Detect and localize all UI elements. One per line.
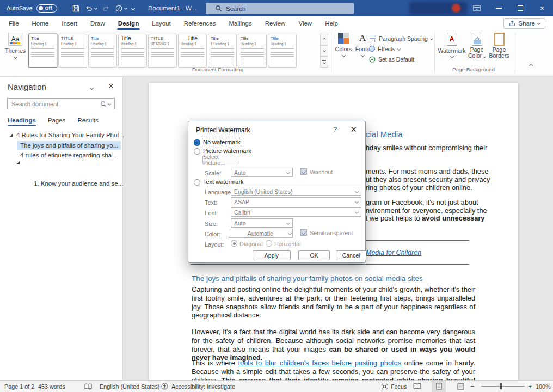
accessibility-status[interactable]: Accessibility: Investigate [171,381,235,392]
paragraph-spacing-button[interactable]: Paragraph Spacing [369,34,433,42]
tab-references[interactable]: References [177,16,223,30]
style-set-thumbnail[interactable]: TitleHeading 1 [88,34,117,68]
text-combobox[interactable]: ASAP [231,197,361,206]
proofing-icon[interactable] [84,381,92,392]
style-set-thumbnail[interactable]: TITLEHEADING 1 [148,34,177,68]
nav-heading-item[interactable]: 4 rules of etiquette regarding sha... [20,152,117,158]
style-set-thumbnail[interactable]: TitleHeading 1 [118,34,147,68]
colors-dropdown-icon[interactable] [341,53,345,57]
style-set-thumbnail[interactable]: TitleHeading 1 [178,34,207,68]
save-button[interactable] [72,4,80,13]
navigation-close-icon[interactable]: ✕ [108,82,114,90]
themes-button[interactable]: Aa Themes [3,33,27,72]
autosave-toggle[interactable]: AutoSave Off [7,0,57,16]
watermark-dropdown-icon[interactable] [450,54,453,58]
minimize-button[interactable] [488,0,509,16]
watermark-button[interactable]: A Watermark [439,33,465,58]
ribbon-display-options-button[interactable] [466,0,488,16]
nav-heading-item[interactable]: 1. Know your audience and se... [34,180,123,187]
navigation-search-box[interactable] [7,98,115,109]
chevron-down-icon[interactable] [355,210,359,214]
semitransparent-checkbox[interactable] [300,229,307,236]
nav-tab-headings[interactable]: Headings [8,117,36,126]
document-link[interactable]: tools to blur children's faces before po… [238,359,402,367]
effects-dropdown-icon[interactable] [397,47,401,51]
zoom-slider-track[interactable] [481,386,525,387]
page-info[interactable]: Page 1 of 2 [4,381,34,392]
select-picture-button[interactable]: Select Picture... [202,156,239,164]
cancel-button[interactable]: Cancel [336,250,366,260]
tab-insert[interactable]: Insert [55,16,84,30]
style-set-thumbnail[interactable]: TitleHeading 1 [268,34,297,68]
autosave-switch[interactable]: Off [36,4,57,13]
diagonal-radio[interactable] [231,240,237,247]
style-set-thumbnail[interactable]: TitleHeading 1 [28,34,57,68]
read-mode-button[interactable] [410,381,424,392]
tab-draw[interactable]: Draw [84,16,112,30]
chevron-down-icon[interactable] [355,189,359,193]
customize-qat-icon[interactable] [131,6,135,10]
ok-button[interactable]: OK [298,250,330,260]
avatar[interactable] [452,4,460,13]
picture-watermark-radio[interactable] [194,148,200,155]
font-combobox[interactable]: Calibri [231,207,361,217]
accessibility-icon[interactable] [161,381,168,392]
focus-button[interactable]: Focus [381,381,407,392]
document-link-fragment[interactable]: Media for Children [366,249,421,256]
page-borders-button[interactable]: PageBorders [488,33,511,59]
dialog-help-button[interactable]: ? [333,126,337,133]
expand-triangle-icon[interactable] [16,161,20,164]
washout-checkbox[interactable] [300,168,307,175]
color-combobox[interactable]: Automatic [229,229,293,238]
nav-heading-item[interactable]: 4 Rules for Sharing Your Family Phot... [10,132,124,138]
no-watermark-label[interactable]: No watermark [203,139,240,145]
language-combobox[interactable]: English (United States) [231,187,361,196]
chevron-down-icon[interactable] [286,221,290,225]
draw-tool-button[interactable] [115,4,127,13]
tab-mailings[interactable]: Mailings [223,16,259,30]
search-icon[interactable] [100,101,107,107]
page-color-button[interactable]: PageColor [467,33,487,59]
word-count[interactable]: 453 words [38,381,65,392]
chevron-down-icon[interactable] [286,170,290,174]
collapse-ribbon-icon[interactable] [529,64,533,68]
nav-heading-item[interactable] [16,161,23,164]
gallery-scroll-up-button[interactable] [320,34,328,45]
search-options-dropdown-icon[interactable] [108,102,111,106]
close-button[interactable]: × [531,0,553,16]
draw-dropdown-icon[interactable] [124,7,127,10]
maximize-button[interactable] [509,0,531,16]
tab-file[interactable]: File [2,16,26,30]
gallery-scroll-down-button[interactable] [320,45,328,57]
zoom-out-button[interactable]: − [470,381,475,392]
paragraph-spacing-dropdown-icon[interactable] [430,37,433,40]
style-set-thumbnail[interactable]: Title1 Heading 1 [208,34,237,68]
text-watermark-radio[interactable] [194,179,200,186]
redo-button[interactable] [102,4,110,13]
no-watermark-radio[interactable] [194,139,200,146]
colors-button[interactable]: Colors [333,33,354,57]
style-set-thumbnail[interactable]: TitleHeading 1 [238,34,267,68]
share-button[interactable]: Share [503,18,545,29]
undo-dropdown-icon[interactable] [94,7,97,10]
print-layout-button[interactable] [432,381,446,392]
nav-tab-results[interactable]: Results [77,117,98,126]
tab-home[interactable]: Home [26,16,56,30]
effects-button[interactable]: Effects [369,45,433,53]
share-dropdown-icon[interactable] [537,22,540,25]
zoom-in-button[interactable]: + [528,381,532,392]
chevron-down-icon[interactable] [355,200,359,204]
themes-dropdown-icon[interactable] [13,55,17,59]
size-combobox[interactable]: Auto [231,218,293,228]
apply-button[interactable]: Apply [253,250,291,260]
navigation-options-icon[interactable] [90,86,94,90]
dialog-close-button[interactable]: ✕ [350,125,357,134]
tab-design[interactable]: Design [112,16,145,30]
page-color-dropdown-icon[interactable] [483,55,486,58]
web-layout-button[interactable] [453,381,468,392]
chevron-down-icon[interactable] [288,231,292,235]
expand-triangle-icon[interactable] [10,133,13,137]
nav-heading-item-selected[interactable]: The joys and pitfalls of sharing yo... [17,141,121,150]
zoom-level[interactable]: 100% [536,381,551,392]
titlebar-search[interactable]: Search [206,3,354,14]
